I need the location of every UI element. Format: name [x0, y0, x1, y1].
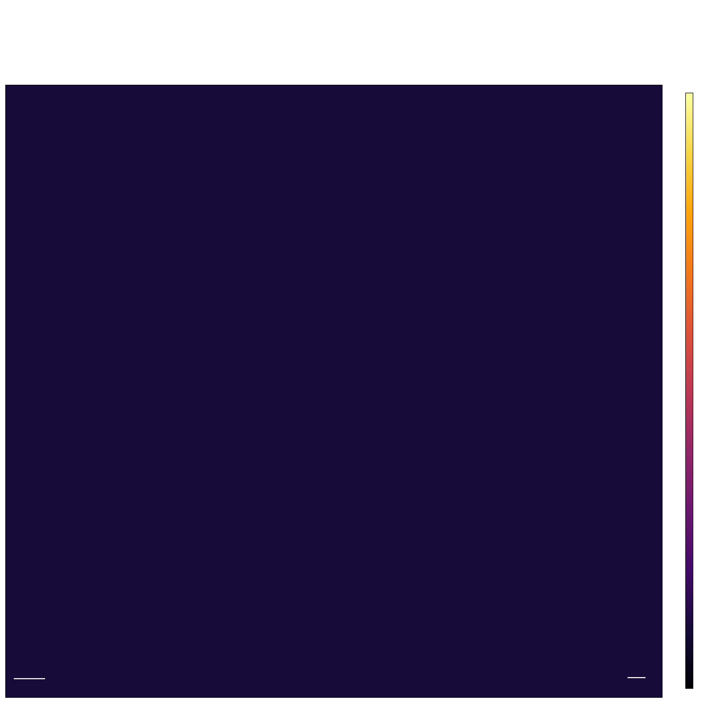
figure: [0, 0, 728, 702]
polarization-scalebar: [627, 677, 646, 678]
plot-area: [5, 85, 663, 698]
arcsec-scalebar: [14, 678, 45, 679]
wcs-grid-overlay: [6, 85, 662, 697]
colorbar: [685, 93, 693, 689]
